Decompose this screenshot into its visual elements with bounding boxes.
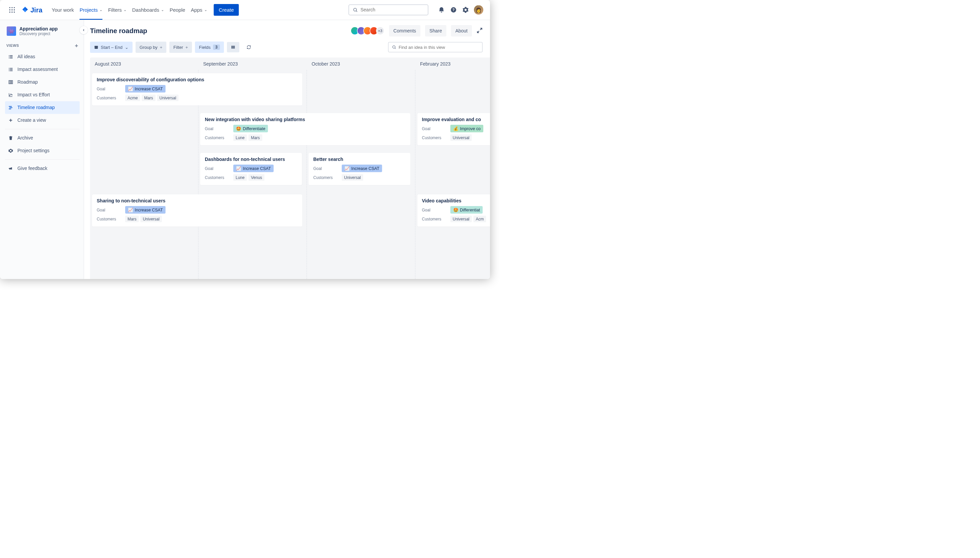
customer-tag: Mars [249, 135, 262, 141]
customer-tag: Universal [141, 216, 162, 222]
comments-button[interactable]: Comments [389, 25, 420, 36]
idea-card[interactable]: Sharing to non-technical usersGoal📈Incre… [92, 194, 302, 227]
idea-card[interactable]: Better searchGoal📈Increase CSATCustomers… [309, 153, 410, 185]
sidebar-item-all-ideas[interactable]: All ideas [5, 51, 80, 63]
svg-rect-23 [9, 71, 9, 71]
add-view-icon[interactable]: + [75, 42, 78, 49]
idea-card[interactable]: Improve discoverability of configuration… [92, 73, 302, 106]
sidebar-item-create-a-view[interactable]: Create a view [5, 114, 80, 127]
find-idea-box[interactable] [388, 42, 483, 53]
collapse-sidebar-button[interactable] [80, 26, 88, 34]
timeline-header: August 2023September 2023October 2023Feb… [90, 57, 490, 70]
megaphone-icon [8, 166, 13, 171]
sidebar-give-feedback[interactable]: Give feedback [5, 162, 80, 175]
svg-rect-43 [233, 46, 233, 49]
nav-dashboards[interactable]: Dashboards⌄ [132, 0, 164, 20]
list-icon [8, 54, 13, 59]
collaborator-avatars[interactable]: +3 [350, 27, 384, 35]
svg-rect-21 [9, 69, 9, 70]
nav-filters[interactable]: Filters⌄ [108, 0, 127, 20]
share-button[interactable]: Share [425, 25, 446, 36]
svg-rect-33 [9, 106, 12, 107]
search-input[interactable] [360, 7, 424, 13]
fields-button[interactable]: Fields3 [195, 41, 224, 53]
fullscreen-icon[interactable] [477, 28, 483, 34]
sidebar-project-settings[interactable]: Project settings [5, 144, 80, 157]
customer-tag: Acm [474, 216, 486, 222]
views-heading: VIEWS + [5, 42, 80, 49]
svg-point-1 [12, 7, 12, 8]
svg-rect-18 [10, 58, 13, 59]
sidebar-item-timeline-roadmap[interactable]: Timeline roadmap [5, 101, 80, 114]
app-switcher-icon[interactable] [8, 6, 16, 14]
sidebar-archive[interactable]: Archive [5, 132, 80, 144]
help-icon[interactable]: ? [450, 7, 457, 14]
filter-button[interactable]: Filter+ [169, 41, 192, 53]
svg-line-46 [395, 48, 396, 49]
svg-rect-42 [232, 46, 233, 49]
column-settings-button[interactable] [227, 42, 239, 53]
timeline-cards-area[interactable]: Improve discoverability of configuration… [90, 70, 490, 279]
customer-tag: Acme [125, 95, 140, 101]
notifications-icon[interactable] [438, 7, 445, 14]
timeline: August 2023September 2023October 2023Feb… [90, 57, 490, 279]
group-by-button[interactable]: Group by+ [136, 41, 166, 53]
customer-tag: Universal [451, 135, 472, 141]
board-icon [8, 80, 13, 85]
svg-rect-44 [234, 46, 235, 49]
goal-tag: 📈Increase CSAT [342, 164, 382, 172]
project-header[interactable]: 👾 Appreciation app Discovery project [5, 26, 80, 36]
about-button[interactable]: About [451, 25, 472, 36]
idea-card[interactable]: Improve evaluation and coGoal💰Improve co… [418, 113, 490, 146]
month-label: August 2023 [90, 57, 199, 67]
sidebar-item-roadmap[interactable]: Roadmap [5, 76, 80, 89]
card-title: Sharing to non-technical users [97, 198, 298, 204]
svg-point-3 [9, 9, 10, 10]
svg-point-7 [12, 12, 12, 13]
create-button[interactable]: Create [214, 4, 239, 16]
svg-point-9 [354, 8, 357, 11]
customer-tag: Universal [451, 216, 472, 222]
field-label-customers: Customers [313, 175, 342, 180]
timeline-icon [8, 105, 13, 110]
idea-card[interactable]: Video capabilitiesGoal🤩DifferentiatCusto… [418, 194, 490, 227]
refresh-icon [246, 45, 252, 50]
svg-text:?: ? [452, 8, 455, 12]
nav-people[interactable]: People [170, 0, 186, 20]
settings-icon[interactable] [462, 7, 469, 14]
jira-logo[interactable]: Jira [21, 6, 43, 14]
sidebar-item-impact-vs-effort[interactable]: Impact vs Effort [5, 89, 80, 101]
goal-tag: 🤩Differentiat [451, 206, 483, 214]
svg-rect-34 [9, 107, 12, 108]
columns-icon [231, 45, 235, 49]
profile-avatar[interactable]: 👩 [474, 5, 483, 15]
field-label-goal: Goal [97, 86, 125, 91]
sidebar-item-impact-assessment[interactable]: Impact assessment [5, 63, 80, 76]
svg-rect-25 [9, 80, 10, 84]
search-icon [353, 7, 358, 12]
month-label: September 2023 [199, 57, 307, 67]
svg-line-10 [356, 11, 357, 12]
goal-tag: 📈Increase CSAT [125, 206, 165, 214]
date-range-button[interactable]: Start – End ⌄ [90, 41, 133, 53]
search-box[interactable] [349, 4, 428, 15]
view-toolbar: Start – End ⌄ Group by+ Filter+ Fields3 [90, 41, 490, 53]
calendar-icon [94, 45, 99, 49]
find-idea-input[interactable] [399, 44, 479, 50]
customer-tag: Lune [233, 174, 247, 181]
nav-your-work[interactable]: Your work [52, 0, 74, 20]
sidebar: 👾 Appreciation app Discovery project VIE… [0, 20, 84, 279]
nav-apps[interactable]: Apps⌄ [191, 0, 207, 20]
avatars-more-count[interactable]: +3 [376, 27, 384, 35]
month-label: October 2023 [307, 57, 415, 67]
gear-icon [8, 148, 13, 154]
field-label-goal: Goal [97, 207, 125, 212]
card-title: Video capabilities [422, 198, 490, 204]
month-column [415, 70, 490, 279]
idea-card[interactable]: New integration with video sharing platf… [200, 113, 410, 146]
refresh-button[interactable] [242, 42, 255, 53]
nav-projects[interactable]: Projects⌄ [80, 0, 102, 20]
svg-point-4 [12, 9, 12, 10]
idea-card[interactable]: Dashboards for non-technical usersGoal📈I… [200, 153, 302, 185]
svg-rect-14 [10, 55, 13, 56]
